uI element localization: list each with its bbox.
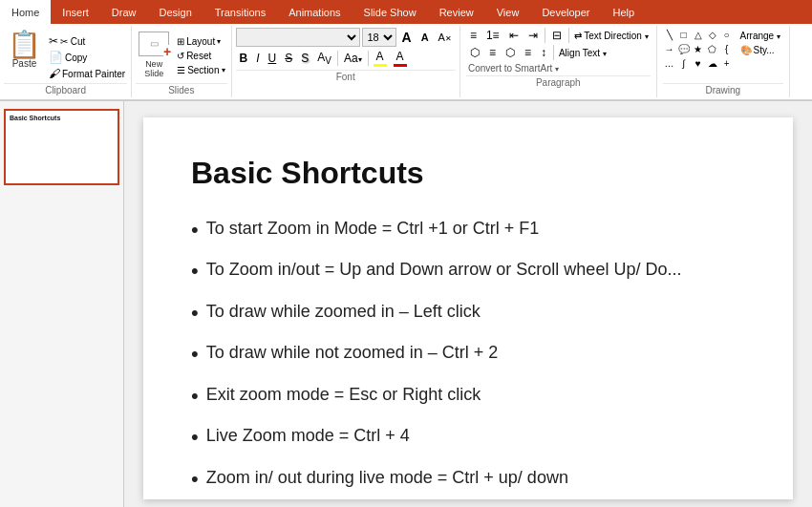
decrease-indent-button[interactable]: ⇤ [505,28,523,43]
align-text-label: Align Text [559,48,600,58]
font-clear-button[interactable]: A✕ [435,31,456,44]
underline-button[interactable]: U [265,51,281,66]
tab-review[interactable]: Review [428,0,485,24]
numbering-button[interactable]: 1≡ [482,28,503,43]
tab-help[interactable]: Help [602,0,647,24]
line-spacing-button[interactable]: ↕ [537,45,550,60]
shape-curve[interactable]: ∫ [677,58,691,72]
tab-animations[interactable]: Animations [277,0,352,24]
columns-button[interactable]: ⊟ [548,28,566,43]
layout-button[interactable]: ⊞ Layout ▾ [175,35,226,48]
italic-button[interactable]: I [252,51,263,66]
bullet-2-text: To Zoom in/out = Up and Down arrow or Sc… [206,259,682,285]
arrange-button[interactable]: Arrange ▾ [737,30,783,42]
tab-developer[interactable]: Developer [530,0,601,24]
tab-insert[interactable]: Insert [51,0,100,24]
slides-group-content: ▭ + New Slide ⊞ Layout ▾ ↺ Reset [136,28,226,81]
new-slide-icon: ▭ + [139,32,169,56]
reset-icon: ↺ [177,51,184,61]
shape-line[interactable]: ╲ [663,30,676,43]
cut-button[interactable]: ✂ ✂ Cut [47,33,127,49]
new-slide-button[interactable]: ▭ + New Slide [136,30,172,80]
shape-callout[interactable]: 💬 [677,44,691,57]
separator1 [337,51,338,66]
bullet-item-5: Exit zoom mode = Esc or Right click [191,384,745,411]
drawing-content: ╲ □ △ ◇ ○ → 💬 ★ ⬠ { … ∫ ♥ ☁ + [663,28,783,82]
font-size-select[interactable]: 18 [362,28,396,47]
ribbon: Home Insert Draw Design Transitions Anim… [0,0,812,101]
bullet-3-text: To draw while zoomed in – Left click [206,301,481,327]
copy-button[interactable]: 📄 Copy [47,50,127,65]
align-right-button[interactable]: ⬡ [502,45,519,60]
justify-button[interactable]: ≡ [521,45,535,60]
shape-heart[interactable]: ♥ [692,58,705,72]
tab-view[interactable]: View [485,0,531,24]
slide-canvas[interactable]: Basic Shortcuts To start Zoom in Mode = … [143,117,793,499]
strikethrough-button[interactable]: S [281,51,296,66]
change-case-button[interactable]: Aa▾ [340,51,366,66]
text-direction-button[interactable]: ⇄ Text Direction ▾ [572,30,651,42]
shape-diamond[interactable]: ◇ [706,30,719,43]
convert-smartart-button[interactable]: Convert to SmartArt ▾ [466,62,651,74]
bold-button[interactable]: B [236,51,252,66]
format-painter-icon: 🖌 [49,67,60,80]
highlight-color-button[interactable]: A [391,49,410,68]
font-shrink-button[interactable]: A [417,31,433,44]
text-direction-icon: ⇄ [574,31,582,41]
bullets-button[interactable]: ≡ [466,28,481,43]
tab-draw[interactable]: Draw [100,0,148,24]
layout-icon: ⊞ [177,36,184,47]
tab-home[interactable]: Home [0,0,51,24]
font-row2: B I U S S AV Aa▾ A A [236,49,456,68]
bullet-item-2: To Zoom in/out = Up and Down arrow or Sc… [191,259,745,285]
paragraph-row1: ≡ 1≡ ⇤ ⇥ ⊟ ⇄ Text Direction ▾ [466,28,651,43]
separator4 [568,28,569,43]
layout-chevron: ▾ [217,37,221,46]
font-family-select[interactable] [236,28,360,47]
section-button[interactable]: ☰ Section ▾ [175,64,226,76]
align-center-button[interactable]: ≡ [485,45,500,60]
tab-design[interactable]: Design [148,0,203,24]
reset-button[interactable]: ↺ Reset [175,50,226,62]
shape-rect[interactable]: □ [677,30,691,43]
bullet-item-3: To draw while zoomed in – Left click [191,301,745,327]
shape-star[interactable]: ★ [692,44,705,57]
char-spacing-button[interactable]: AV [313,50,335,67]
copy-icon: 📄 [49,51,63,64]
align-text-button[interactable]: Align Text ▾ [557,47,609,59]
tab-transitions[interactable]: Transitions [203,0,277,24]
text-shadow-button[interactable]: S [297,51,312,66]
drawing-right: Arrange ▾ 🎨 Sty... [737,28,783,56]
copy-label: Copy [65,53,87,63]
bullet-7-text: Zoom in/ out during live mode = Ctrl + u… [206,467,568,494]
slide-thumb-title: Basic Shortcuts [10,115,60,121]
quick-styles-label: Sty... [754,45,775,55]
shape-more[interactable]: … [663,58,676,72]
shape-triangle[interactable]: △ [692,30,705,43]
slide-panel: 1 Basic Shortcuts [0,101,124,507]
format-painter-label: Format Painter [62,69,125,79]
shape-arrow[interactable]: → [663,44,676,57]
font-color-button[interactable]: A [371,49,390,68]
bullet-6-text: Live Zoom mode = Ctrl + 4 [206,425,410,452]
shape-cloud[interactable]: ☁ [706,58,719,72]
slide-panel-item[interactable]: 1 Basic Shortcuts [4,109,119,185]
bullet-4-text: To draw while not zoomed in – Ctrl + 2 [206,342,499,369]
format-painter-button[interactable]: 🖌 Format Painter [47,66,127,81]
ribbon-body: 📋 Paste ✂ ✂ Cut 📄 Copy 🖌 Format Painter [0,24,812,100]
shape-ellipse[interactable]: ○ [720,30,734,43]
shape-pentagon[interactable]: ⬠ [706,44,719,57]
clipboard-group: 📋 Paste ✂ ✂ Cut 📄 Copy 🖌 Format Painter [0,26,132,97]
shape-brace[interactable]: { [720,44,734,57]
slides-group-label: Slides [136,83,226,95]
text-direction-label: Text Direction [584,31,642,41]
font-grow-button[interactable]: A [398,29,416,46]
align-left-button[interactable]: ⬡ [466,45,483,60]
slide-thumbnail[interactable]: Basic Shortcuts [4,109,119,185]
paste-button[interactable]: 📋 Paste [4,30,45,71]
quick-styles-button[interactable]: 🎨 Sty... [737,44,783,56]
increase-indent-button[interactable]: ⇥ [524,28,542,43]
tab-slideshow[interactable]: Slide Show [353,0,428,24]
bullet-5-text: Exit zoom mode = Esc or Right click [206,384,481,411]
shape-cross[interactable]: + [720,58,734,72]
